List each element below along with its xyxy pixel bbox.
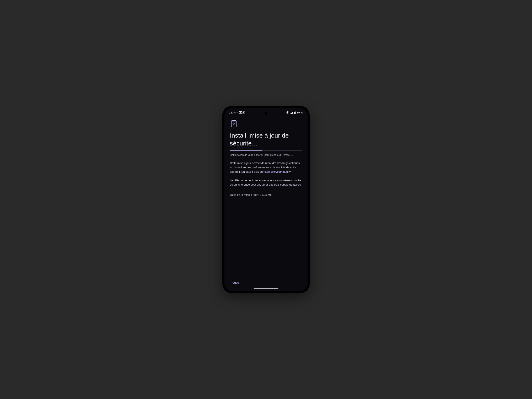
camera-punch-hole: [265, 112, 267, 115]
svg-rect-3: [243, 112, 244, 113]
screen: 12:44 89 %: [224, 108, 308, 291]
update-size-text: Taille de la mise à jour : 15,95 Mo: [230, 193, 302, 196]
update-content: Install. mise à jour de sécurité… Optimi…: [224, 115, 308, 279]
svg-rect-6: [294, 112, 296, 114]
notification-dot-icon: [238, 112, 238, 113]
wifi-icon: [286, 111, 289, 114]
description-suffix: .: [291, 170, 291, 173]
status-bar-left: 12:44: [229, 111, 245, 114]
page-title: Install. mise à jour de sécurité…: [230, 132, 302, 147]
screenshot-icon: [242, 111, 245, 114]
gesture-nav-handle[interactable]: [253, 288, 279, 289]
battery-percentage: 89 %: [297, 111, 303, 114]
progress-fill: [230, 151, 262, 151]
community-link[interactable]: g.co/pixel/community: [265, 170, 291, 173]
progress-bar: [230, 151, 302, 151]
battery-icon: [294, 111, 296, 114]
status-time: 12:44: [229, 111, 236, 114]
update-description: Cette mise à jour permet de résoudre des…: [230, 161, 302, 174]
pause-button[interactable]: Pause: [230, 279, 240, 286]
mail-icon: [239, 111, 242, 114]
system-update-icon: [230, 120, 238, 128]
status-bar-right: 89 %: [286, 111, 303, 114]
phone-frame: 12:44 89 %: [222, 106, 310, 293]
data-charges-warning: Le téléchargement des mises à jour via u…: [230, 178, 302, 187]
signal-icon: [290, 111, 293, 114]
progress-status-text: Optimisation de votre appareil (peut pre…: [230, 154, 302, 157]
svg-point-0: [238, 112, 238, 113]
